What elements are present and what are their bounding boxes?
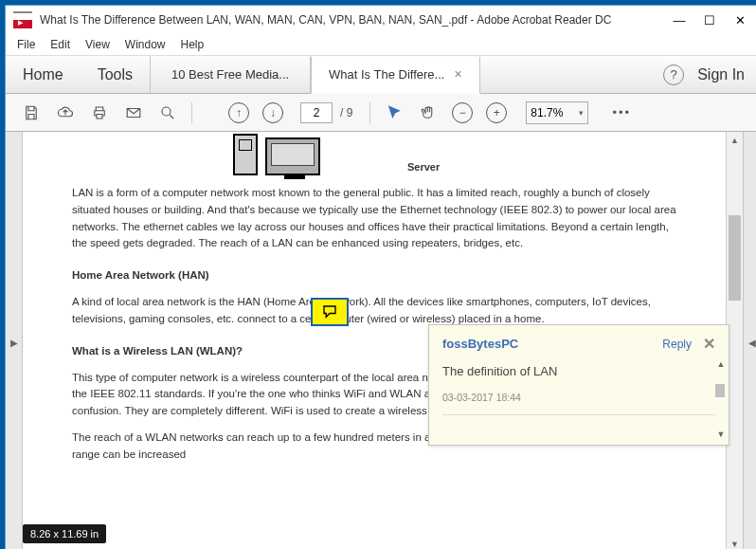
close-popup-icon[interactable]: ✕ <box>703 335 715 353</box>
window-controls: — ☐ ✕ <box>673 13 747 27</box>
scrollbar-thumb[interactable] <box>729 215 741 301</box>
page-down-button[interactable]: ↓ <box>257 99 289 127</box>
scroll-down-icon[interactable]: ▼ <box>727 536 743 549</box>
monitor-image <box>265 137 320 175</box>
tab-doc-media[interactable]: 10 Best Free Media... <box>150 56 311 93</box>
zoom-select[interactable]: 81.7% ▾ <box>526 101 588 124</box>
menu-window[interactable]: Window <box>125 38 166 51</box>
menu-view[interactable]: View <box>85 38 110 51</box>
close-button[interactable]: ✕ <box>733 13 747 27</box>
comment-annotation-icon[interactable] <box>311 298 349 326</box>
search-icon[interactable] <box>152 99 184 127</box>
toolbar: ↑ ↓ / 9 − + 81.7% ▾ ••• <box>6 94 756 132</box>
minimize-button[interactable]: — <box>673 13 686 27</box>
tab-label: What Is The Differe... <box>329 67 444 82</box>
menu-edit[interactable]: Edit <box>50 38 70 51</box>
page-size-badge: 8.26 x 11.69 in <box>23 524 106 543</box>
page-up-button[interactable]: ↑ <box>223 99 255 127</box>
tab-home[interactable]: Home <box>6 56 81 93</box>
tab-row: Home Tools 10 Best Free Media... What Is… <box>6 56 756 94</box>
scroll-up-icon[interactable]: ▲ <box>727 132 743 149</box>
menu-help[interactable]: Help <box>181 38 205 51</box>
page-number-input[interactable] <box>300 102 333 123</box>
hand-icon[interactable] <box>412 99 444 127</box>
tab-tools[interactable]: Tools <box>81 56 150 93</box>
popup-scrollbar[interactable]: ▲ ▼ <box>715 359 727 439</box>
print-icon[interactable] <box>83 99 116 127</box>
tab-doc-active[interactable]: What Is The Differe... ✕ <box>311 57 480 94</box>
desktop-tower-image <box>233 134 258 175</box>
reply-button[interactable]: Reply <box>662 338 692 351</box>
menu-file[interactable]: File <box>17 38 35 51</box>
app-icon <box>13 11 32 28</box>
pointer-icon[interactable] <box>378 99 410 127</box>
save-icon[interactable] <box>15 99 47 127</box>
svg-point-0 <box>162 107 171 116</box>
maximize-button[interactable]: ☐ <box>703 13 716 27</box>
server-image: Server <box>407 146 440 175</box>
title-bar: What Is The Difference Between LAN, WAN,… <box>6 6 756 34</box>
comment-date: 03-03-2017 18:44 <box>442 392 715 403</box>
zoom-in-button[interactable]: + <box>480 99 513 127</box>
page-total-label: / 9 <box>340 106 352 119</box>
comment-body: The definition of LAN <box>442 364 715 378</box>
paragraph: LAN is a form of a computer network most… <box>72 185 676 252</box>
paragraph: A kind of local area network is the HAN … <box>72 294 676 328</box>
zoom-value: 81.7% <box>531 106 563 119</box>
help-icon[interactable]: ? <box>663 64 684 85</box>
menu-bar: File Edit View Window Help <box>6 34 756 56</box>
close-tab-icon[interactable]: ✕ <box>454 68 462 81</box>
tab-label: 10 Best Free Media... <box>171 67 289 82</box>
comment-author: fossBytesPC <box>442 337 518 351</box>
overflow-icon[interactable]: ••• <box>605 99 638 127</box>
comment-popup: fossBytesPC Reply ✕ The definition of LA… <box>428 324 729 446</box>
mail-icon[interactable] <box>117 99 150 127</box>
left-panel-toggle[interactable]: ▶ <box>6 132 23 549</box>
chevron-down-icon: ▾ <box>579 108 584 118</box>
heading-han: Home Area Network (HAN) <box>72 267 676 284</box>
server-label: Server <box>407 159 440 175</box>
right-panel-toggle[interactable]: ◀ <box>743 132 756 549</box>
sign-in-button[interactable]: Sign In <box>697 66 745 83</box>
cloud-icon[interactable] <box>49 99 81 127</box>
figure-row: Server <box>233 134 676 175</box>
app-window: What Is The Difference Between LAN, WAN,… <box>5 5 756 549</box>
zoom-out-button[interactable]: − <box>446 99 478 127</box>
window-title: What Is The Difference Between LAN, WAN,… <box>40 13 673 27</box>
